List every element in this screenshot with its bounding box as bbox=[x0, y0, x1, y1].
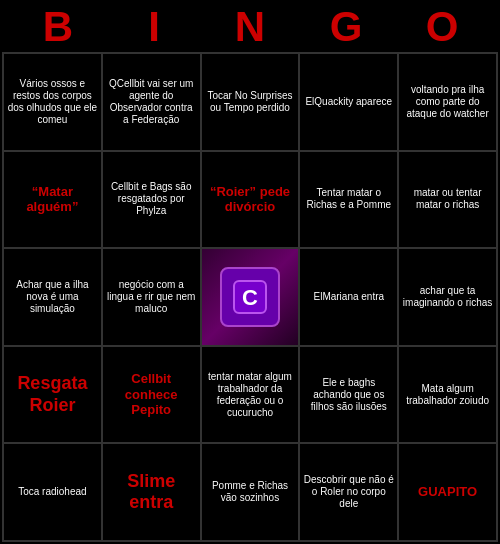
cell-0-4[interactable]: voltando pra ilha como parte do ataque d… bbox=[398, 53, 497, 151]
cell-4-4[interactable]: GUAPITO bbox=[398, 443, 497, 541]
cell-3-3[interactable]: Ele e baghs achando que os filhos são il… bbox=[299, 346, 398, 444]
center-logo: C bbox=[220, 267, 280, 327]
bingo-grid: Vários ossos e restos dos corpos dos olh… bbox=[2, 52, 498, 542]
cell-3-1[interactable]: Cellbit conhece Pepito bbox=[102, 346, 201, 444]
cell-2-3[interactable]: ElMariana entra bbox=[299, 248, 398, 346]
cell-0-0[interactable]: Vários ossos e restos dos corpos dos olh… bbox=[3, 53, 102, 151]
cell-3-0[interactable]: Resgata Roier bbox=[3, 346, 102, 444]
cell-3-4[interactable]: Mata algum trabalhador zoiudo bbox=[398, 346, 497, 444]
cell-1-4[interactable]: matar ou tentar matar o richas bbox=[398, 151, 497, 249]
cell-2-1[interactable]: negócio com a lingua e rir que nem maluc… bbox=[102, 248, 201, 346]
cell-2-0[interactable]: Achar que a ilha nova é uma simulação bbox=[3, 248, 102, 346]
letter-i: I bbox=[109, 6, 199, 48]
cell-2-4[interactable]: achar que ta imaginando o richas bbox=[398, 248, 497, 346]
bingo-container: B I N G O Vários ossos e restos dos corp… bbox=[0, 0, 500, 544]
cell-1-3[interactable]: Tentar matar o Richas e a Pomme bbox=[299, 151, 398, 249]
cell-2-2-center[interactable]: C bbox=[201, 248, 300, 346]
letter-o: O bbox=[397, 6, 487, 48]
cell-4-3[interactable]: Descobrir que não é o Roler no corpo del… bbox=[299, 443, 398, 541]
letter-n: N bbox=[205, 6, 295, 48]
cell-4-1[interactable]: Slime entra bbox=[102, 443, 201, 541]
cell-3-2[interactable]: tentar matar algum trabalhador da federa… bbox=[201, 346, 300, 444]
cell-0-2[interactable]: Tocar No Surprises ou Tempo perdido bbox=[201, 53, 300, 151]
cell-0-1[interactable]: QCellbit vai ser um agente do Observador… bbox=[102, 53, 201, 151]
bingo-header: B I N G O bbox=[0, 0, 500, 52]
letter-b: B bbox=[13, 6, 103, 48]
cell-4-0[interactable]: Toca radiohead bbox=[3, 443, 102, 541]
cell-1-2[interactable]: “Roier” pede divórcio bbox=[201, 151, 300, 249]
cell-0-3[interactable]: ElQuackity aparece bbox=[299, 53, 398, 151]
cell-4-2[interactable]: Pomme e Richas vão sozinhos bbox=[201, 443, 300, 541]
svg-text:C: C bbox=[242, 285, 258, 310]
cell-1-0[interactable]: “Matar alguém” bbox=[3, 151, 102, 249]
cell-1-1[interactable]: Cellbit e Bags são resgatados por Phylza bbox=[102, 151, 201, 249]
letter-g: G bbox=[301, 6, 391, 48]
